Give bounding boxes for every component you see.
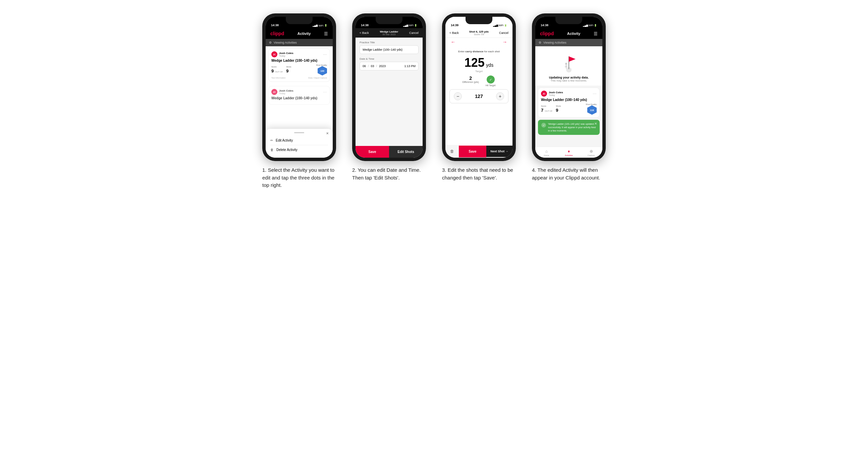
edit-shots-button[interactable]: Edit Shots (389, 146, 423, 158)
form-header-2: < Back Wedge Ladder 06 Mar 2023 Cancel (355, 28, 423, 38)
avatar-1: JC (271, 51, 277, 57)
notch-4 (555, 17, 582, 24)
back-btn-2[interactable]: < Back (360, 31, 369, 35)
next-shot-btn[interactable]: Next Shot → (486, 146, 513, 157)
datetime-label: Date & Time (360, 57, 418, 60)
save-button-2[interactable]: Save (355, 146, 389, 158)
viewing-bar-text-4: Viewing Activities (543, 41, 566, 44)
status-time-3: 14:39 (451, 24, 459, 27)
datetime-input[interactable]: 06 / 03 / 2023 1:13 PM (360, 62, 418, 70)
three-dots-1[interactable]: ··· (323, 53, 327, 56)
viewing-bar-4: ⚙ Viewing Activities (535, 39, 602, 46)
filter-icon-1: ⚙ (269, 41, 272, 44)
user-name-4: Josh Coles (549, 91, 563, 94)
card-header-1: JC Josh Coles Today ··· (271, 51, 327, 57)
nav-capture-label: Capture (588, 154, 595, 156)
nav-activities[interactable]: ♦ Activities (558, 149, 580, 156)
shot-cancel-btn[interactable]: Cancel (499, 31, 508, 35)
edit-activity-item[interactable]: ✏ Edit Activity (270, 136, 328, 145)
updating-sub: This may take a few moments. (551, 79, 587, 82)
cancel-btn-2[interactable]: Cancel (409, 31, 418, 35)
status-time-1: 14:38 (271, 24, 279, 27)
caption-4: 4. The edited Activity will then appear … (532, 166, 606, 182)
shot-title-block: Shot 6, 125 yds Score 7/9 (469, 30, 489, 36)
footer-right-1: Data: Clippd Capture (308, 77, 327, 79)
activity-card-4[interactable]: JC Josh Coles Today ··· Wedge Ladder (10… (538, 88, 600, 118)
time-value[interactable]: 1:13 PM (404, 64, 415, 68)
card-header-2: JC Josh Coles Today ··· (271, 89, 327, 95)
phones-row: 14:38 ▂▄▆ WiFi 🔋 clippd Activity ☰ ⚙ (259, 13, 609, 189)
app-header-4: clippd Activity ☰ (535, 28, 602, 39)
caption-3: 3. Edit the shots that need to be change… (442, 166, 516, 182)
difference-metric: 2 Difference (yds) (462, 75, 478, 87)
edit-icon: ✏ (270, 138, 273, 142)
status-time-4: 14:38 (541, 24, 548, 27)
date-month[interactable]: 03 (371, 64, 374, 68)
next-shot-arrow[interactable]: → (502, 39, 507, 44)
shot-body-3: Enter carry distance for each shot 125 y… (445, 46, 513, 145)
sheet-close-1[interactable]: ✕ (326, 131, 329, 135)
activity-card-2[interactable]: JC Josh Coles Today ··· Wedge Ladder (10… (268, 86, 330, 105)
distance-input-value[interactable]: 127 (465, 94, 493, 99)
three-dots-2[interactable]: ··· (323, 90, 327, 94)
caption-2: 2. You can edit Date and Time. Then tap … (352, 166, 426, 182)
delete-activity-item[interactable]: 🗑 Delete Activity (270, 145, 328, 154)
hamburger-1[interactable]: ☰ (324, 31, 328, 36)
user-name-1: Josh Coles (279, 52, 293, 55)
phone-4: 14:38 ▂▄▆ WiFi 🔋 clippd Activity ☰ ⚙ Vie… (532, 13, 606, 161)
phone-1-inner: 14:38 ▂▄▆ WiFi 🔋 clippd Activity ☰ ⚙ (266, 17, 333, 158)
user-info-4: JC Josh Coles Today (541, 91, 563, 97)
phone-2: 14:38 ▂▄▆ WiFi 🔋 < Back Wedge Ladder 06 … (352, 13, 426, 161)
score-label-1: Score (271, 66, 283, 68)
form-body-2: Practice Title Wedge Ladder (100–140 yds… (355, 38, 423, 146)
user-date-1: Today (279, 55, 293, 57)
hex-value-4: 118 (590, 109, 594, 112)
activities-icon: ♦ (568, 149, 570, 154)
delete-shot-btn[interactable]: 🗑 (445, 145, 459, 158)
status-time-2: 14:38 (361, 24, 369, 27)
user-info-1: JC Josh Coles Today (271, 51, 293, 57)
score-outof-4: OUT OF (545, 110, 553, 112)
prev-shot-arrow[interactable]: ← (451, 39, 456, 44)
card-footer-1: Test Information Data: Clippd Capture (271, 77, 327, 79)
phone-2-inner: 14:38 ▂▄▆ WiFi 🔋 < Back Wedge Ladder 06 … (355, 17, 423, 158)
practice-title-label: Practice Title (360, 41, 418, 44)
home-icon: ⌂ (545, 149, 548, 154)
activity-card-1[interactable]: JC Josh Coles Today ··· Wedge Ladder (10… (268, 48, 330, 82)
hex-value-1: 130 (320, 70, 324, 72)
card-stats-4: Score 7 OUT OF Shots 9 Shot Quality (541, 103, 597, 115)
decrease-btn[interactable]: − (454, 92, 462, 100)
carry-instruction: Enter carry distance for each shot (458, 50, 500, 53)
caption-1: 1. Select the Activity you want to edit … (262, 166, 336, 189)
svg-point-3 (565, 63, 567, 65)
updating-text: Updating your activity data. (549, 76, 589, 79)
bottom-sheet-1: ✕ ✏ Edit Activity 🗑 Delete Activity (266, 129, 333, 158)
card-title-4: Wedge Ladder (100–140 yds) (541, 98, 597, 102)
nav-capture[interactable]: ⊕ Capture (580, 149, 602, 156)
svg-marker-2 (569, 56, 576, 62)
practice-title-input[interactable]: Wedge Ladder (100–140 yds) (360, 45, 418, 54)
capture-icon: ⊕ (590, 149, 593, 154)
three-dots-4[interactable]: ··· (593, 92, 597, 96)
user-date-2: Today (279, 92, 293, 95)
distance-value: 125 (465, 56, 485, 69)
avatar-2: JC (271, 89, 277, 95)
notch-3 (466, 17, 492, 24)
date-year[interactable]: 2023 (379, 64, 386, 68)
status-icons-3: ▂▄▆ WiFi 🔋 (493, 24, 507, 27)
shot-title-sub: Score 7/9 (469, 33, 489, 36)
header-title-1: Activity (298, 32, 311, 36)
toast-close-btn[interactable]: ✕ (594, 122, 597, 125)
nav-home[interactable]: ⌂ Home (535, 149, 558, 156)
difference-label: Difference (yds) (462, 81, 478, 83)
hamburger-4[interactable]: ☰ (594, 31, 598, 36)
golf-flag-svg (559, 53, 579, 73)
hexagon-4: 118 (587, 105, 597, 115)
score-outof-1: OUT OF (275, 71, 283, 73)
save-shot-btn[interactable]: Save (459, 146, 486, 157)
shot-back-btn[interactable]: < Back (450, 31, 459, 35)
distance-input-row: − 127 + (450, 89, 508, 103)
date-day[interactable]: 06 (363, 64, 366, 68)
increase-btn[interactable]: + (496, 92, 504, 100)
sheet-handle-1 (294, 132, 304, 133)
